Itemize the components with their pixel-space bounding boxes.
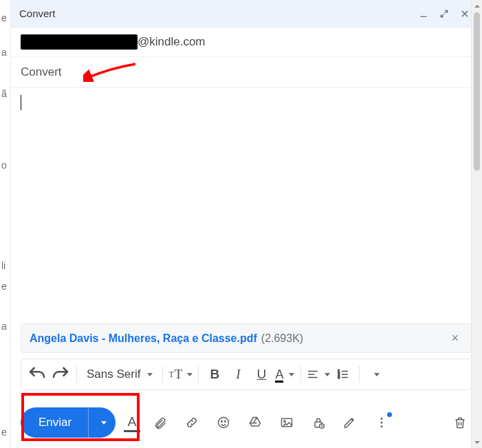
caret-down-icon — [101, 421, 107, 425]
action-bar: Enviar A — [11, 397, 481, 448]
text-color-dropdown[interactable]: A — [274, 364, 295, 385]
to-recipient-redacted — [21, 34, 138, 50]
more-formatting-dropdown[interactable] — [365, 364, 386, 385]
italic-button[interactable]: I — [228, 364, 248, 385]
annotation-arrow — [83, 61, 138, 85]
compose-header: Convert — [11, 0, 481, 28]
font-family-label: Sans Serif — [87, 367, 140, 381]
page-scrollbar[interactable] — [471, 0, 482, 448]
caret-down-icon — [187, 373, 193, 376]
svg-point-6 — [225, 421, 226, 423]
scroll-down-button[interactable] — [472, 436, 482, 448]
font-family-dropdown[interactable]: Sans Serif — [83, 367, 157, 381]
compose-window: Convert @kindle.com Convert Angela Dav — [11, 0, 481, 448]
redo-button[interactable] — [50, 364, 71, 385]
attachment-chip[interactable]: Angela Davis - Mulheres, Raça e Classe.p… — [21, 323, 472, 353]
attachment-size: (2.693K) — [261, 332, 303, 345]
attachment-filename: Angela Davis - Mulheres, Raça e Classe.p… — [30, 332, 257, 345]
message-body[interactable] — [11, 88, 481, 323]
svg-point-5 — [221, 421, 223, 423]
to-recipient-domain: @kindle.com — [138, 35, 206, 49]
svg-point-12 — [381, 422, 383, 424]
svg-point-8 — [284, 420, 286, 423]
separator — [300, 366, 301, 383]
align-dropdown[interactable] — [307, 364, 330, 385]
list-button[interactable]: 123 — [333, 364, 353, 385]
text-cursor — [21, 95, 21, 110]
to-field-row[interactable]: @kindle.com — [11, 28, 481, 57]
formatting-toolbar: Sans Serif T T B I U A 123 — [21, 359, 472, 390]
insert-link-button[interactable] — [180, 411, 204, 434]
insert-drive-button[interactable] — [243, 411, 267, 434]
caret-down-icon — [147, 373, 153, 376]
svg-point-13 — [381, 425, 383, 427]
caret-down-icon — [325, 373, 330, 376]
subject-field[interactable]: Convert — [11, 57, 481, 88]
insert-signature-button[interactable] — [338, 411, 362, 434]
bold-button[interactable]: B — [204, 364, 225, 385]
separator — [359, 366, 360, 383]
send-button[interactable]: Enviar — [21, 407, 88, 438]
send-button-group: Enviar — [21, 407, 116, 438]
insert-image-button[interactable] — [275, 411, 298, 434]
compose-title: Convert — [19, 8, 411, 19]
scroll-thumb[interactable] — [474, 12, 480, 171]
subject-text: Convert — [21, 65, 62, 78]
svg-text:3: 3 — [338, 376, 340, 379]
insert-emoji-button[interactable] — [212, 411, 235, 434]
separator — [76, 366, 77, 383]
svg-point-4 — [219, 418, 229, 428]
svg-point-11 — [381, 418, 383, 420]
minimize-button[interactable] — [415, 6, 432, 22]
fullscreen-button[interactable] — [436, 6, 452, 22]
notification-dot-icon — [387, 412, 392, 417]
formatting-toggle-button[interactable]: A — [124, 413, 140, 432]
confidential-mode-button[interactable] — [307, 411, 330, 434]
attach-file-button[interactable] — [149, 411, 172, 434]
underline-button[interactable]: U — [251, 364, 272, 385]
send-options-dropdown[interactable] — [88, 407, 116, 438]
discard-draft-button[interactable] — [448, 411, 472, 434]
caret-down-icon — [374, 373, 380, 376]
attachment-remove-button[interactable]: × — [447, 331, 463, 345]
separator — [198, 366, 199, 383]
scroll-up-button[interactable] — [472, 0, 482, 12]
more-options-button[interactable] — [370, 411, 393, 434]
font-size-dropdown[interactable]: T T — [168, 364, 193, 385]
undo-button[interactable] — [27, 364, 47, 385]
svg-rect-0 — [420, 16, 426, 17]
separator — [162, 366, 163, 383]
caret-down-icon — [289, 373, 294, 376]
